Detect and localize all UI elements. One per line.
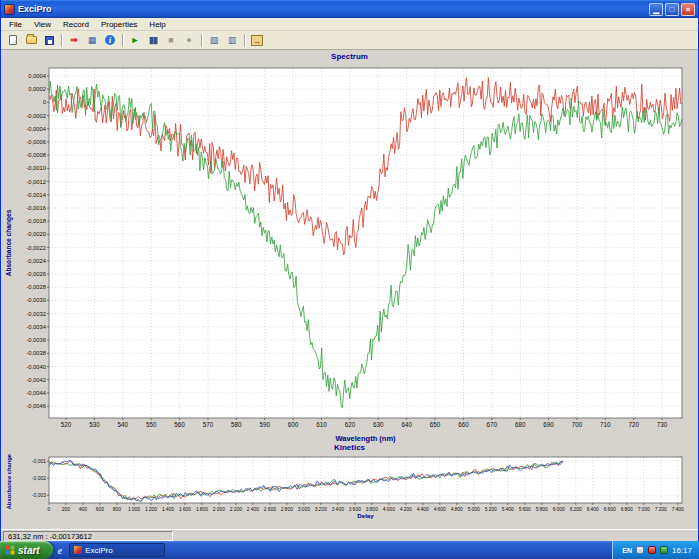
window-title: ExciPro <box>18 4 52 14</box>
svg-text:5 000: 5 000 <box>468 506 480 512</box>
menu-help[interactable]: Help <box>143 20 171 29</box>
start-acquisition-button[interactable]: ► <box>126 32 144 48</box>
svg-text:700: 700 <box>572 421 583 428</box>
record-icon: ● <box>186 35 191 45</box>
pause-acquisition-button[interactable]: ▮▮ <box>144 32 162 48</box>
menu-bar: File View Record Properties Help <box>1 18 698 31</box>
start-label: start <box>18 545 40 556</box>
table-icon: ▦ <box>88 35 97 45</box>
svg-text:400: 400 <box>79 506 88 512</box>
new-button[interactable] <box>4 32 22 48</box>
svg-text:-0,0012: -0,0012 <box>26 179 46 185</box>
menu-view[interactable]: View <box>28 20 57 29</box>
snapshot-button[interactable]: ● <box>180 32 198 48</box>
svg-text:-0,0044: -0,0044 <box>26 390 46 396</box>
svg-text:4 400: 4 400 <box>417 506 429 512</box>
kinetics-chart[interactable]: 02004006008001 0001 2001 4001 6001 8002 … <box>3 454 696 520</box>
svg-text:-0,0036: -0,0036 <box>26 337 46 343</box>
tray-icon-security[interactable] <box>648 546 656 554</box>
tray-icon-volume[interactable] <box>660 546 668 554</box>
browser-icon[interactable]: e <box>58 545 62 556</box>
cursor-readout: 631,32 nm : -0,00173612 <box>3 531 173 541</box>
exit-door-icon: → <box>251 35 263 46</box>
pause-icon: ▮▮ <box>149 35 157 45</box>
export-button[interactable]: ⇒ <box>65 32 83 48</box>
export-arrow-icon: ⇒ <box>70 35 78 45</box>
taskbar-task-excipro[interactable]: ExciPro <box>69 543 165 557</box>
svg-text:4 200: 4 200 <box>400 506 412 512</box>
close-button[interactable]: × <box>681 3 695 16</box>
language-indicator[interactable]: EN <box>622 547 632 554</box>
svg-text:7 200: 7 200 <box>655 506 667 512</box>
svg-text:720: 720 <box>628 421 639 428</box>
autoscale-button[interactable]: ▥ <box>223 32 241 48</box>
svg-text:2 200: 2 200 <box>230 506 242 512</box>
menu-record[interactable]: Record <box>57 20 95 29</box>
svg-text:650: 650 <box>430 421 441 428</box>
spectrum-chart[interactable]: 5205305405505605705805906006106206306406… <box>3 63 696 443</box>
svg-text:530: 530 <box>89 421 100 428</box>
svg-text:5 800: 5 800 <box>536 506 548 512</box>
svg-text:4 800: 4 800 <box>451 506 463 512</box>
svg-text:7 400: 7 400 <box>672 506 684 512</box>
svg-text:5 200: 5 200 <box>485 506 497 512</box>
svg-text:-0,003: -0,003 <box>32 492 46 498</box>
kinetics-title: Kinetics <box>3 443 696 454</box>
svg-text:-0,0018: -0,0018 <box>26 218 46 224</box>
exit-button[interactable]: → <box>248 32 266 48</box>
info-button[interactable]: i <box>101 32 119 48</box>
toolbar-separator <box>122 34 123 47</box>
svg-text:570: 570 <box>203 421 214 428</box>
svg-text:6 800: 6 800 <box>621 506 633 512</box>
svg-text:-0,001: -0,001 <box>32 458 46 464</box>
svg-text:690: 690 <box>543 421 554 428</box>
svg-text:730: 730 <box>657 421 668 428</box>
svg-text:520: 520 <box>61 421 72 428</box>
system-tray: EN 16:17 <box>612 541 699 559</box>
svg-text:3 200: 3 200 <box>315 506 327 512</box>
svg-text:800: 800 <box>113 506 122 512</box>
maximize-button[interactable]: □ <box>665 3 679 16</box>
svg-text:6 600: 6 600 <box>604 506 616 512</box>
menu-properties[interactable]: Properties <box>95 20 143 29</box>
svg-text:1 200: 1 200 <box>145 506 157 512</box>
app-icon <box>4 4 15 15</box>
spectrum-panel: Spectrum 5205305405505605705805906006106… <box>3 52 696 443</box>
clock[interactable]: 16:17 <box>672 546 692 555</box>
toolbar-separator <box>61 34 62 47</box>
svg-text:6 200: 6 200 <box>570 506 582 512</box>
svg-text:-0,0034: -0,0034 <box>26 324 46 330</box>
svg-text:-0,0022: -0,0022 <box>26 245 46 251</box>
svg-text:1 800: 1 800 <box>196 506 208 512</box>
app-window: ExciPro ▁ □ × File View Record Propertie… <box>0 0 699 541</box>
svg-text:1 400: 1 400 <box>162 506 174 512</box>
svg-text:600: 600 <box>288 421 299 428</box>
client-area: Spectrum 5205305405505605705805906006106… <box>1 50 698 529</box>
svg-text:-0,0026: -0,0026 <box>26 271 46 277</box>
svg-text:-0,0024: -0,0024 <box>26 258 46 264</box>
svg-text:5 400: 5 400 <box>502 506 514 512</box>
svg-text:-0,0014: -0,0014 <box>26 192 46 198</box>
zoom-mode-button[interactable]: ▧ <box>205 32 223 48</box>
svg-text:630: 630 <box>373 421 384 428</box>
zoom-chart-icon: ▧ <box>210 35 219 45</box>
svg-text:Absorbance changes: Absorbance changes <box>5 209 13 276</box>
task-label: ExciPro <box>85 546 113 555</box>
menu-file[interactable]: File <box>3 20 28 29</box>
tray-icon-display[interactable] <box>636 546 644 554</box>
spectrum-title: Spectrum <box>3 52 696 63</box>
minimize-button[interactable]: ▁ <box>649 3 663 16</box>
svg-text:2 800: 2 800 <box>281 506 293 512</box>
svg-text:6 000: 6 000 <box>553 506 565 512</box>
svg-text:1 600: 1 600 <box>179 506 191 512</box>
start-button[interactable]: start <box>0 541 53 559</box>
stop-acquisition-button[interactable]: ■ <box>162 32 180 48</box>
quick-launch: e <box>53 541 67 559</box>
svg-text:Absorbance changes: Absorbance changes <box>6 454 12 509</box>
spectra-table-button[interactable]: ▦ <box>83 32 101 48</box>
save-button[interactable] <box>40 32 58 48</box>
open-button[interactable] <box>22 32 40 48</box>
info-icon: i <box>105 35 115 45</box>
svg-text:680: 680 <box>515 421 526 428</box>
svg-text:620: 620 <box>345 421 356 428</box>
